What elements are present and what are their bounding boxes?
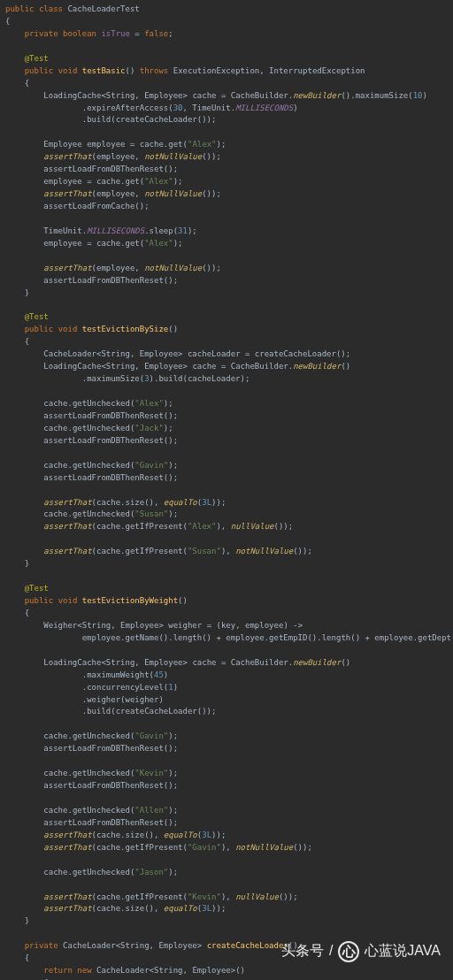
mtd: equalTo <box>164 831 197 839</box>
cls: CacheBuilder <box>231 658 288 667</box>
watermark-sep: / <box>329 940 333 962</box>
mtd: getName <box>125 633 158 642</box>
method-testEvictionByWeight: testEvictionByWeight <box>82 596 178 605</box>
kw: throws <box>140 66 169 75</box>
var: cache <box>96 239 120 248</box>
num: 10 <box>413 91 423 100</box>
kw: void <box>58 325 78 333</box>
mtd: length <box>173 633 203 642</box>
mtd: get <box>126 239 140 248</box>
var: cache <box>43 769 67 777</box>
fld: MILLISECONDS <box>235 103 293 112</box>
kw: new <box>77 966 91 975</box>
code-editor[interactable]: public class CacheLoaderTest { private b… <box>0 0 453 980</box>
str: "Alex" <box>134 399 164 408</box>
mtd: assertLoadFromDBThenReset <box>43 744 163 753</box>
watermark-author: 心蓝说JAVA <box>365 940 441 962</box>
mtd: newBuilder <box>293 362 341 371</box>
mtd: maximumSize <box>356 91 409 100</box>
var: weigher <box>125 695 158 704</box>
var: cache <box>43 424 67 433</box>
mtd: getUnchecked <box>73 806 130 815</box>
mtd: assertThat <box>43 831 91 839</box>
var: cache <box>96 904 120 913</box>
str: "Kevin" <box>188 892 221 901</box>
tp: Employee <box>120 621 158 630</box>
type: LoadingCache <box>43 91 101 100</box>
kw-false: false <box>144 29 168 38</box>
mtd: assertThat <box>43 522 91 531</box>
mtd: concurrencyLevel <box>87 683 164 692</box>
tp: Employee <box>144 362 182 371</box>
mtd: createCacheLoader <box>116 707 197 716</box>
mtd: getUnchecked <box>73 461 130 470</box>
mtd: getUnchecked <box>73 399 130 408</box>
kw-boolean: boolean <box>63 29 96 38</box>
var: cache <box>192 658 216 667</box>
watermark-brand: 头条号 <box>281 940 324 962</box>
var: cache <box>192 362 216 371</box>
var: cache <box>43 731 67 740</box>
fld: MILLISECONDS <box>87 226 144 235</box>
tp: String <box>106 91 135 100</box>
num: 3L <box>202 904 211 913</box>
str: "Alex" <box>188 140 217 149</box>
mtd: assertLoadFromCache <box>43 202 134 211</box>
var: employee <box>43 177 81 186</box>
mtd: notNullValue <box>144 264 202 272</box>
var: weigher <box>168 621 202 630</box>
num: 3 <box>144 374 149 383</box>
method-testEvictionBySize: testEvictionBySize <box>82 325 169 333</box>
tp: Employee <box>192 966 230 975</box>
str: "Alex" <box>144 177 173 186</box>
mtd: newBuilder <box>293 91 341 100</box>
str: "Gavin" <box>134 461 168 470</box>
str: "Allen" <box>134 806 168 815</box>
var: cache <box>96 498 120 507</box>
mtd: getDept <box>418 633 451 642</box>
kw: public <box>25 596 54 605</box>
mtd: assertThat <box>43 152 91 161</box>
annotation-test: @Test <box>25 54 49 63</box>
mtd: assertLoadFromDBThenReset <box>43 276 163 285</box>
mtd: createCacheLoader <box>255 349 336 358</box>
num: 1 <box>168 683 173 692</box>
var: cache <box>43 868 67 877</box>
tp: String <box>106 658 135 667</box>
mtd: maximumWeight <box>87 670 149 679</box>
var: cache <box>140 140 164 149</box>
tp: Employee <box>140 349 178 358</box>
mtd: get <box>168 140 182 149</box>
mtd: createCacheLoader <box>116 115 197 124</box>
method-createCacheLoader: createCacheLoader <box>207 941 288 950</box>
mtd: expireAfterAccess <box>87 103 168 112</box>
num: 30 <box>173 103 183 112</box>
mtd: getIfPresent <box>125 522 182 531</box>
str: "Kevin" <box>134 769 168 777</box>
tp: String <box>82 621 111 630</box>
mtd: assertThat <box>43 547 91 555</box>
mtd: notNullValue <box>144 189 202 198</box>
mtd: getUnchecked <box>73 424 130 433</box>
kw: public <box>25 325 54 333</box>
var: cache <box>43 806 67 815</box>
tp: String <box>101 349 130 358</box>
annotation-test: @Test <box>25 584 49 593</box>
type: Employee <box>43 140 81 149</box>
mtd: newBuilder <box>293 658 341 667</box>
var: cache <box>96 522 120 531</box>
method-testBasic: testBasic <box>82 66 126 75</box>
mtd: equalTo <box>164 904 197 913</box>
mtd: nullValue <box>231 522 274 531</box>
str: "Gavin" <box>134 731 168 740</box>
mtd: get <box>126 177 140 186</box>
type: CacheLoader <box>63 941 116 950</box>
mtd: assertLoadFromDBThenReset <box>43 436 163 445</box>
var: employee <box>96 264 134 272</box>
field-isTrue: isTrue <box>101 29 130 38</box>
mtd: assertLoadFromDBThenReset <box>43 473 163 482</box>
tp: Employee <box>158 941 196 950</box>
mtd: assertLoadFromDBThenReset <box>43 781 163 790</box>
var: cache <box>43 399 67 408</box>
kw: void <box>58 66 78 75</box>
